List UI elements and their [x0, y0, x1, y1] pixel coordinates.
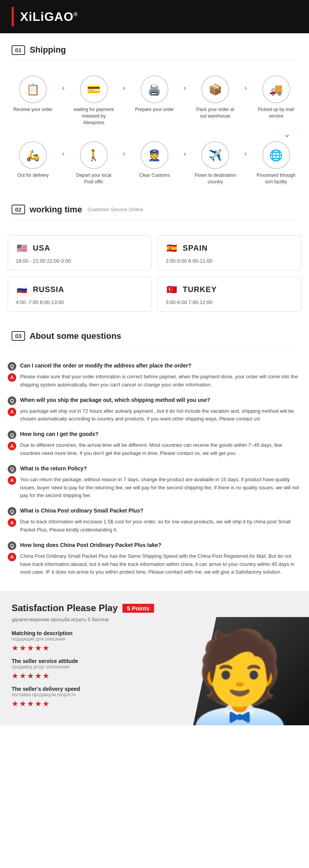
- flow-step-customs: 👮 Clear Customs: [133, 141, 176, 179]
- arrow-6: ‹: [123, 150, 125, 158]
- flow-step-pickup: 🚚 Picked up by mail service: [255, 75, 297, 120]
- faq-badge-q-5: Q: [8, 507, 16, 516]
- prepare-label: Prepare your order: [135, 106, 174, 113]
- shipping-label: Shipping: [30, 45, 66, 55]
- flow-step-pack: 📦 Pack your order at out warehouse: [194, 75, 236, 120]
- section-num-02: 02: [12, 205, 25, 214]
- prepare-icon: 🖨️: [141, 75, 168, 103]
- pickup-icon: 🚚: [262, 75, 290, 103]
- faq-section: 03 About some questions: [0, 320, 309, 362]
- trademark: ®: [74, 11, 78, 17]
- faq-item-4: Q What is the return Policy? A You can r…: [8, 465, 301, 500]
- depart-label: Depart your local Post offic: [73, 172, 115, 185]
- outdelivery-label: Out for delivery: [17, 172, 49, 179]
- arrow-8: ‹: [244, 150, 247, 158]
- faq-a-5: A Due to track information will increase…: [8, 518, 301, 534]
- faq-badge-q-2: Q: [8, 396, 16, 405]
- working-time-title: 02 working time Customer Service Online: [12, 205, 297, 220]
- arrow-4: ›: [244, 84, 247, 92]
- faq-answer-5: Due to track information will increase 1…: [20, 518, 301, 534]
- faq-a-4: A You can return the package, without re…: [8, 476, 301, 500]
- country-usa-name-row: 🇺🇸 USA: [15, 242, 144, 255]
- shipping-section: 01 Shipping: [0, 33, 309, 75]
- faq-question-3: How long can I get the goods?: [20, 430, 98, 438]
- working-time-label: working time: [30, 205, 82, 215]
- flown-icon: ✈️: [201, 141, 229, 169]
- flow-step-receive: 📋 Receive your order: [12, 75, 54, 113]
- flow-row-2: 🛵 Out for delivery ‹ 🚶 Depart your local…: [8, 141, 301, 185]
- country-card-turkey: 🇹🇷 TURKEY 3:00-6:00 7:00-12:00: [158, 277, 301, 312]
- pack-label: Pack your order at out warehouse: [194, 106, 236, 120]
- turkey-hours: 3:00-6:00 7:00-12:00: [165, 299, 294, 305]
- pickup-label: Picked up by mail service: [255, 106, 297, 120]
- sort-label: Processed through sort facility: [255, 172, 297, 185]
- section-num-01: 01: [12, 45, 25, 55]
- faq-a-3: A Due to different countries, the arriva…: [8, 441, 301, 458]
- usa-flag: 🇺🇸: [15, 242, 28, 255]
- payment-label: waiting for payment released by Aliexpre…: [73, 106, 115, 126]
- shipping-flow: 📋 Receive your order › 💳 waiting for pay…: [0, 75, 309, 193]
- faq-badge-q-3: Q: [8, 431, 16, 439]
- faq-answer-6: China Post Oridinary Small Packet Plus h…: [20, 552, 301, 576]
- faq-label: About some questions: [30, 331, 121, 341]
- faq-q-1: Q Can I cancel the order or modify the a…: [8, 362, 301, 371]
- russia-hours: 4:00 -7:00 8:00-13:00: [15, 299, 144, 305]
- section-num-03: 03: [12, 331, 25, 341]
- depart-icon: 🚶: [80, 141, 108, 169]
- country-russia-name-row: 🇷🇺 RUSSIA: [15, 283, 144, 296]
- customs-icon: 👮: [141, 141, 168, 169]
- satisfaction-section: Satisfaction Please Play 5 Points удовле…: [0, 591, 309, 725]
- faq-badge-q-6: Q: [8, 542, 16, 550]
- flow-step-flown: ✈️ Flown to destination country: [194, 141, 236, 185]
- outdelivery-icon: 🛵: [19, 141, 47, 169]
- faq-badge-a-1: A: [8, 373, 16, 382]
- faq-question-2: When will you ship the package out, whic…: [20, 396, 210, 404]
- spain-flag: 🇪🇸: [165, 242, 178, 255]
- faq-a-2: A you package will ship out in 72 hours …: [8, 407, 301, 424]
- faq-answer-4: You can return the package, without reas…: [20, 476, 301, 500]
- arrow-1: ›: [62, 84, 65, 92]
- arrow-7: ‹: [184, 150, 186, 158]
- faq-list: Q Can I cancel the order or modify the a…: [0, 362, 309, 591]
- satisfaction-title: Satisfaction Please Play 5 Points: [12, 603, 297, 613]
- customs-label: Clear Customs: [139, 172, 170, 179]
- faq-q-4: Q What is the return Policy?: [8, 465, 301, 473]
- faq-item-3: Q How long can I get the goods? A Due to…: [8, 430, 301, 458]
- country-turkey-name-row: 🇹🇷 TURKEY: [165, 283, 294, 296]
- logo-text: XiLiGAO: [20, 10, 74, 24]
- faq-section-title: 03 About some questions: [12, 331, 297, 346]
- faq-question-1: Can I cancel the order or modify the add…: [20, 362, 191, 370]
- faq-badge-q-4: Q: [8, 465, 16, 473]
- spain-name: SPAIN: [183, 244, 208, 253]
- person-silhouette: 🧑‍💼: [193, 632, 297, 725]
- working-time-subtitle: Customer Service Online: [87, 207, 143, 212]
- shipping-section-title: 01 Shipping: [12, 45, 297, 60]
- country-card-spain: 🇪🇸 SPAIN 2:00-5:00 6:00-11:00: [158, 235, 301, 270]
- faq-badge-a-3: A: [8, 442, 16, 450]
- payment-icon: 💳: [80, 75, 108, 103]
- points-badge: 5 Points: [122, 604, 154, 613]
- faq-item-6: Q How long does China Post Oridinary Pac…: [8, 541, 301, 576]
- russia-flag: 🇷🇺: [15, 283, 28, 296]
- faq-question-4: What is the return Policy?: [20, 465, 87, 473]
- faq-answer-2: you package will ship out in 72 hours af…: [20, 407, 301, 424]
- receive-label: Receive your order: [14, 106, 53, 113]
- satisfaction-title-text: Satisfaction Please Play: [12, 603, 118, 613]
- working-time-section: 02 working time Customer Service Online: [0, 193, 309, 235]
- flow-row-1: 📋 Receive your order › 💳 waiting for pay…: [8, 75, 301, 126]
- flow-step-sort: 🌐 Processed through sort facility: [255, 141, 297, 185]
- country-card-russia: 🇷🇺 RUSSIA 4:00 -7:00 8:00-13:00: [8, 277, 151, 312]
- arrow-2: ›: [123, 84, 125, 92]
- faq-answer-3: Due to different countries, the arrival …: [20, 441, 301, 458]
- flow-step-payment: 💳 waiting for payment released by Aliexp…: [73, 75, 115, 126]
- flow-arrow-down: ⌄: [8, 130, 301, 139]
- header-accent-bar: [12, 7, 14, 26]
- faq-badge-q-1: Q: [8, 362, 16, 371]
- brand-logo: XiLiGAO®: [20, 10, 78, 24]
- faq-answer-1: Please make sure that your order informa…: [20, 373, 301, 389]
- faq-q-3: Q How long can I get the goods?: [8, 430, 301, 439]
- spain-hours: 2:00-5:00 6:00-11:00: [165, 258, 294, 264]
- faq-badge-a-2: A: [8, 408, 16, 416]
- faq-q-6: Q How long does China Post Oridinary Pac…: [8, 541, 301, 550]
- faq-a-6: A China Post Oridinary Small Packet Plus…: [8, 552, 301, 576]
